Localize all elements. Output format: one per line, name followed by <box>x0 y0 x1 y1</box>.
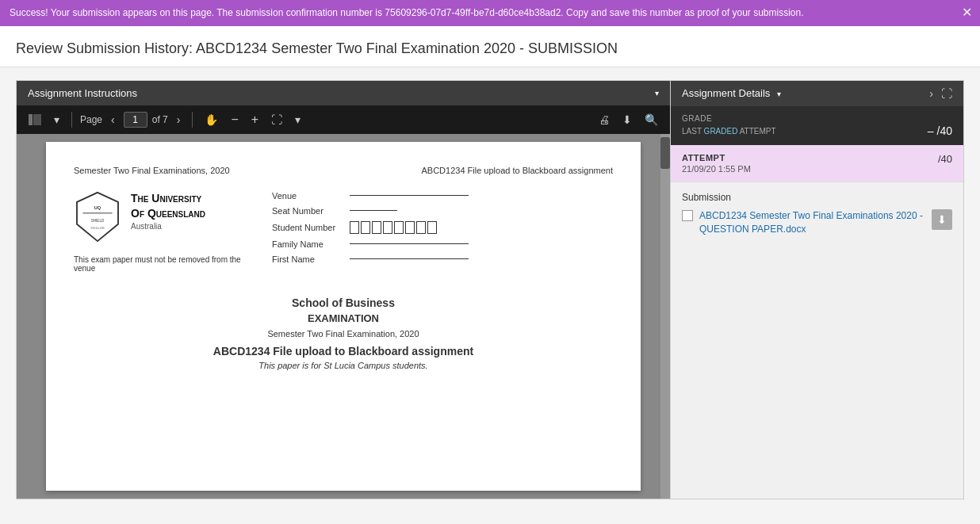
svg-text:SHIELD: SHIELD <box>91 219 105 223</box>
pdf-body: School of Business EXAMINATION Semester … <box>74 296 613 370</box>
field-row-seat: Seat Number <box>272 206 613 216</box>
exam-header-left: Semester Two Final Examinations, 2020 <box>74 166 230 175</box>
field-row-family: Family Name <box>272 239 613 249</box>
assignment-instructions-chevron[interactable]: ▾ <box>655 89 659 98</box>
field-line-seat <box>350 210 397 211</box>
file-download-button[interactable]: ⬇ <box>932 209 952 230</box>
details-header-title: Assignment Details <box>682 87 770 99</box>
fullscreen-icon[interactable]: ⛶ <box>941 87 952 100</box>
exam-header-right: ABCD1234 File upload to Blackboard assig… <box>421 166 613 175</box>
page-of-label: of 7 <box>152 114 168 125</box>
sidebar-toggle-button[interactable] <box>25 112 45 128</box>
toolbar-divider-2 <box>192 112 193 128</box>
field-line-venue <box>350 195 469 196</box>
submission-file-link[interactable]: ABCD1234 Semester Two Final Examinations… <box>699 209 925 236</box>
grade-value-row: LAST GRADED ATTEMPT – /40 <box>682 124 952 137</box>
download-icon: ⬇ <box>937 213 947 226</box>
sidebar-dropdown-button[interactable]: ▾ <box>50 111 63 128</box>
details-header-left: Assignment Details ▾ <box>682 87 781 99</box>
school-name: School of Business <box>74 296 613 309</box>
file-checkbox[interactable] <box>682 210 693 221</box>
student-box-1 <box>350 221 359 234</box>
details-header: Assignment Details ▾ › ⛶ <box>671 81 963 106</box>
grade-section: GRADE LAST GRADED ATTEMPT – /40 <box>671 106 963 145</box>
attempt-score: /40 <box>938 153 952 165</box>
field-row-venue: Venue <box>272 191 613 201</box>
student-box-2 <box>361 221 370 234</box>
prev-page-button[interactable]: ‹ <box>107 111 119 128</box>
field-label-family: Family Name <box>272 239 343 249</box>
page-title: Review Submission History: ABCD1234 Seme… <box>16 40 964 57</box>
attempt-info: ATTEMPT 21/09/20 1:55 PM <box>682 153 751 174</box>
search-button[interactable]: 🔍 <box>641 111 662 128</box>
fit-page-button[interactable]: ⛶ <box>267 111 286 128</box>
uq-logo: UQ SHIELD SIGILLUM <box>74 191 121 244</box>
svg-marker-2 <box>77 193 118 241</box>
next-page-button[interactable]: › <box>173 111 185 128</box>
student-box-7 <box>416 221 426 234</box>
field-row-student: Student Number <box>272 221 613 234</box>
fit-dropdown-button[interactable]: ▾ <box>291 111 304 128</box>
attempt-label: ATTEMPT <box>682 153 751 163</box>
download-button[interactable]: ⬇ <box>618 111 636 128</box>
course-title: ABCD1234 File upload to Blackboard assig… <box>74 345 613 358</box>
pdf-header: Assignment Instructions ▾ <box>17 81 670 105</box>
page-label-text: Page <box>80 114 102 125</box>
assignment-details-panel: Assignment Details ▾ › ⛶ GRADE LAST GRAD… <box>671 80 964 499</box>
zoom-in-button[interactable]: + <box>247 110 262 129</box>
attempt-section: ATTEMPT 21/09/20 1:55 PM /40 <box>671 145 963 182</box>
expand-right-icon[interactable]: › <box>929 87 933 100</box>
svg-text:UQ: UQ <box>94 205 101 210</box>
student-box-8 <box>427 221 437 234</box>
success-banner: Success! Your submission appears on this… <box>0 0 980 26</box>
exam-word: EXAMINATION <box>74 312 613 324</box>
uq-name-block: The University Of Queensland Australia <box>131 191 205 231</box>
zoom-out-button[interactable]: − <box>227 110 242 129</box>
student-box-4 <box>383 221 392 234</box>
details-header-icons: › ⛶ <box>929 87 952 100</box>
semester-line: Semester Two Final Examination, 2020 <box>74 329 613 338</box>
last-attempt-label: LAST GRADED ATTEMPT <box>682 124 776 136</box>
success-message: Success! Your submission appears on this… <box>10 7 804 18</box>
uq-name-line1: The University Of Queensland <box>131 191 205 222</box>
pdf-scroll-thumb[interactable] <box>660 137 670 169</box>
student-box-6 <box>405 221 415 234</box>
italic-note: This paper is for St Lucia Campus studen… <box>74 361 613 370</box>
field-row-first: First Name <box>272 254 613 264</box>
grade-label: GRADE <box>682 114 952 123</box>
exam-right-column: Venue Seat Number Student Number <box>272 191 613 273</box>
pdf-scrollbar[interactable] <box>660 134 670 499</box>
field-label-seat: Seat Number <box>272 206 343 216</box>
pdf-page: Semester Two Final Examinations, 2020 AB… <box>46 142 641 491</box>
exam-left-column: UQ SHIELD SIGILLUM The University Of Que… <box>74 191 248 273</box>
grade-score: – /40 <box>928 124 952 137</box>
pan-tool-button[interactable]: ✋ <box>201 111 222 128</box>
svg-text:SIGILLUM: SIGILLUM <box>90 227 104 230</box>
attempt-date: 21/09/20 1:55 PM <box>682 164 751 174</box>
exam-branding: UQ SHIELD SIGILLUM The University Of Que… <box>74 191 248 244</box>
pdf-header-title: Assignment Instructions <box>28 87 137 99</box>
field-line-family <box>350 243 469 244</box>
pdf-content-area: Semester Two Final Examinations, 2020 AB… <box>17 134 670 499</box>
uq-name-line3: Australia <box>131 222 205 231</box>
submission-section: Submission ABCD1234 Semester Two Final E… <box>671 182 963 246</box>
field-line-first <box>350 258 469 259</box>
not-removed-notice: This exam paper must not be removed from… <box>74 255 248 273</box>
exam-fields: Venue Seat Number Student Number <box>272 191 613 264</box>
page-title-area: Review Submission History: ABCD1234 Seme… <box>0 26 980 67</box>
details-chevron-icon[interactable]: ▾ <box>777 90 781 98</box>
svg-rect-1 <box>33 114 41 125</box>
field-label-venue: Venue <box>272 191 343 201</box>
field-label-first: First Name <box>272 254 343 264</box>
student-number-grid <box>350 221 437 234</box>
field-label-student: Student Number <box>272 223 343 232</box>
pdf-toolbar: ▾ Page ‹ of 7 › ✋ − + ⛶ ▾ 🖨 ⬇ 🔍 <box>17 105 670 134</box>
page-number-input[interactable] <box>124 112 147 128</box>
submission-file-row: ABCD1234 Semester Two Final Examinations… <box>682 209 952 236</box>
main-container: Assignment Instructions ▾ ▾ Page ‹ of 7 … <box>0 67 980 512</box>
close-icon[interactable]: ✕ <box>962 4 972 21</box>
exam-info-columns: UQ SHIELD SIGILLUM The University Of Que… <box>74 191 613 273</box>
svg-rect-0 <box>29 114 33 125</box>
print-button[interactable]: 🖨 <box>595 111 614 128</box>
pdf-page-header: Semester Two Final Examinations, 2020 AB… <box>74 166 613 175</box>
